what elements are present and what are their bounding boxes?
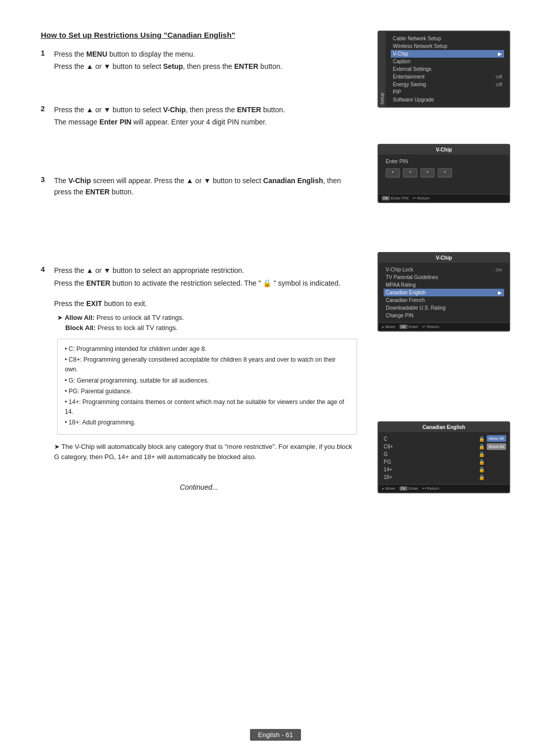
step-2-content: Press the ▲ or ▼ button to select V-Chip… xyxy=(54,104,357,129)
enter-pin-enter-icon: OK xyxy=(382,196,390,200)
step-4-content: Press the ▲ or ▼ button to select an app… xyxy=(54,265,357,463)
ce-footer-enter: OK Enter xyxy=(399,486,418,491)
rating-14-label: 14+ xyxy=(384,467,392,472)
rating-pg: PG 🔒 xyxy=(382,458,487,466)
bullet-g: • G: General programming, suitable for a… xyxy=(65,376,349,386)
enter-pin-label: Enter PIN xyxy=(384,158,504,165)
vchip-canadian-french: Canadian French xyxy=(384,296,504,304)
setup-menu-screen: Setup Cable Network Setup Wireless Netwo… xyxy=(378,31,510,108)
rating-pg-label: PG xyxy=(384,459,391,465)
allow-all-btn[interactable]: Allow All xyxy=(487,435,506,442)
rating-14-icon: 🔒 xyxy=(479,467,485,472)
enter-pin-screen: V-Chip Enter PIN * * * * OK Enter PIN xyxy=(378,144,510,203)
step-1-number: 1 xyxy=(41,48,54,57)
rating-c-icon: 🔒 xyxy=(479,436,485,442)
vchip-enter-icon: OK xyxy=(399,324,408,329)
bullet-pg: • PG: Parental guidance. xyxy=(65,387,349,396)
right-col: Setup Cable Network Setup Wireless Netwo… xyxy=(378,31,510,493)
rating-pg-icon: 🔒 xyxy=(479,459,485,465)
vchip-footer-enter: OK Enter xyxy=(399,324,418,329)
rating-18-label: 18+ xyxy=(384,474,392,480)
ce-return-icon: ↩ xyxy=(422,486,426,491)
vchip-footer-return: ↩ Return xyxy=(422,324,439,329)
step-3-content: The V-Chip screen will appear. Press the… xyxy=(54,175,357,199)
move-icon: ⬧ xyxy=(382,324,384,329)
setup-screen-body-wrap: Cable Network Setup Wireless Network Set… xyxy=(386,32,509,107)
rating-18-icon: 🔒 xyxy=(479,474,485,480)
vchip-return-icon: ↩ xyxy=(422,324,426,329)
bullet-14: • 14+: Programming contains themes or co… xyxy=(65,397,349,417)
step-1: 1 Press the MENU button to display the m… xyxy=(41,48,357,73)
setup-item-entertainment: Entertainment: Off xyxy=(391,73,504,81)
vchip-menu-screen: V-Chip V-Chip Lock: On TV Parental Guide… xyxy=(378,252,510,332)
bullet-c: • C: Programming intended for children u… xyxy=(65,344,349,354)
enter-pin-footer-enter: OK Enter PIN xyxy=(382,196,409,200)
canadian-english-body: C 🔒 C8+ 🔒 G 🔒 PG 🔒 xyxy=(379,432,509,484)
setup-item-wireless: Wireless Network Setup xyxy=(391,42,504,50)
vchip-downloadable: Downloadable U.S. Rating xyxy=(384,304,504,312)
ce-enter-label: Enter xyxy=(409,486,418,491)
step-3-line-1: The V-Chip screen will appear. Press the… xyxy=(54,175,357,198)
step-3-number: 3 xyxy=(41,175,54,184)
vchip-menu-title: V-Chip xyxy=(379,253,509,263)
vchip-menu-footer: ⬧ Move OK Enter ↩ Return xyxy=(379,322,509,331)
step-3: 3 The V-Chip screen will appear. Press t… xyxy=(41,175,357,199)
rating-g-icon: 🔒 xyxy=(479,451,485,457)
footer-page-number: English - 61 xyxy=(250,729,302,741)
step-1-content: Press the MENU button to display the men… xyxy=(54,48,357,73)
pin-row: * * * * xyxy=(386,168,502,178)
rating-c8-label: C8+ xyxy=(384,444,393,449)
step-4-exit: Press the EXIT button to exit. xyxy=(54,298,357,309)
ce-footer-move: ⬧ Move xyxy=(382,486,395,491)
vchip-mpaa: MPAA Rating xyxy=(384,281,504,289)
pin-spacer xyxy=(384,181,504,191)
step-2-line-2: The message Enter PIN will appear. Enter… xyxy=(54,116,357,128)
return-label: Return xyxy=(417,196,430,200)
rating-c-label: C xyxy=(384,436,387,442)
setup-item-vchip: V-Chip ▶ xyxy=(391,50,504,58)
ratings-list: C 🔒 C8+ 🔒 G 🔒 PG 🔒 xyxy=(382,435,487,481)
vchip-footer-move: ⬧ Move xyxy=(382,324,395,329)
screen-with-side-1: Setup Cable Network Setup Wireless Netwo… xyxy=(379,32,509,107)
allow-block-buttons: Allow All Block All xyxy=(487,435,506,481)
vchip-enter-label: Enter xyxy=(409,324,418,329)
setup-item-caption: Caption xyxy=(391,58,504,65)
step-2-number: 2 xyxy=(41,104,54,113)
page-footer: English - 61 xyxy=(0,729,551,741)
rating-18: 18+ 🔒 xyxy=(382,473,487,481)
step-2-line-1: Press the ▲ or ▼ button to select V-Chip… xyxy=(54,104,357,115)
setup-screen-body: Cable Network Setup Wireless Network Set… xyxy=(386,32,509,107)
bullet-c8: • C8+: Programming generally considered … xyxy=(65,355,349,374)
vchip-change-pin: Change PIN xyxy=(384,312,504,319)
pin-box-2: * xyxy=(403,168,417,178)
rating-g: G 🔒 xyxy=(382,450,487,458)
enter-pin-title: V-Chip xyxy=(379,145,509,155)
canadian-english-title: Canadian English xyxy=(379,422,509,432)
rating-14: 14+ 🔒 xyxy=(382,466,487,473)
setup-item-pip: PIP xyxy=(391,88,504,96)
pin-box-3: * xyxy=(420,168,435,178)
vchip-lock-item: V-Chip Lock: On xyxy=(384,266,504,273)
vchip-menu-body: V-Chip Lock: On TV Parental Guidelines M… xyxy=(379,263,509,322)
page: How to Set up Restrictions Using "Canadi… xyxy=(0,0,551,756)
ce-return-label: Return xyxy=(427,486,439,491)
ce-footer-return: ↩ Return xyxy=(422,486,439,491)
block-all-btn[interactable]: Block All xyxy=(487,443,506,450)
step-4: 4 Press the ▲ or ▼ button to select an a… xyxy=(41,265,357,463)
vchip-tv-parental: TV Parental Guidelines xyxy=(384,273,504,281)
step-4-line-2: Press the ENTER button to activate the r… xyxy=(54,278,357,289)
step-4-number: 4 xyxy=(41,265,54,273)
ce-move-icon: ⬧ xyxy=(382,486,384,491)
step-2: 2 Press the ▲ or ▼ button to select V-Ch… xyxy=(41,104,357,129)
canadian-english-footer: ⬧ Move OK Enter ↩ Return xyxy=(379,484,509,492)
rating-g-label: G xyxy=(384,451,388,457)
bullet-box: • C: Programming intended for children u… xyxy=(57,339,357,435)
bullet-18: • 18+: Adult programming. xyxy=(65,418,349,427)
vchip-note: ➤ The V-Chip will automatically block an… xyxy=(54,442,357,463)
main-content: How to Set up Restrictions Using "Canadi… xyxy=(41,31,510,493)
pin-box-1: * xyxy=(386,168,400,178)
ce-enter-icon: OK xyxy=(399,486,408,491)
enter-pin-body: Enter PIN * * * * xyxy=(379,155,509,194)
step-1-line-1: Press the MENU button to display the men… xyxy=(54,48,357,60)
rating-c8: C8+ 🔒 xyxy=(382,443,487,450)
